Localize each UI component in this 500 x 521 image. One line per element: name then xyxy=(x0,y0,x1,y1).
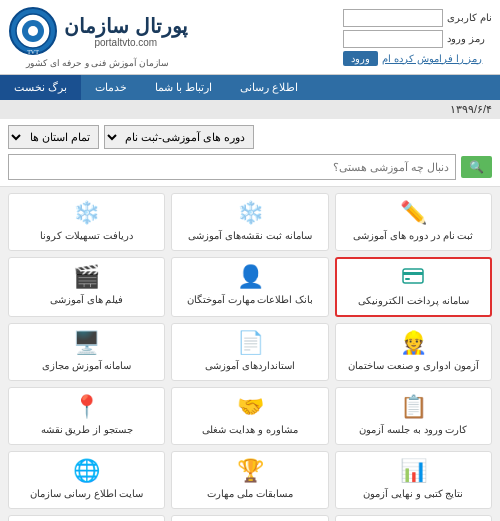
grid-item-training-standards[interactable]: 📄 استانداردهای آموزشی xyxy=(171,323,328,381)
logo-icon: TVT xyxy=(8,6,58,56)
search-button[interactable]: 🔍 xyxy=(461,156,492,178)
training-maps-icon: ❄️ xyxy=(237,202,264,224)
trainee-info-label: بانک اطلاعات مهارت آموختگان xyxy=(187,293,313,306)
training-standards-icon: 📄 xyxy=(237,332,264,354)
skills-competition-icon: 🏆 xyxy=(237,460,264,482)
grid-item-training-maps[interactable]: ❄️ سامانه ثبت نقشه‌های آموزشی xyxy=(171,193,328,251)
course-type-select[interactable]: دوره های آموزشی-ثبت نام xyxy=(104,125,254,149)
navbar: برگ نخست خدمات ارتباط با شما اطلاع رسانی xyxy=(0,75,500,100)
virtual-learning-icon: 🖥️ xyxy=(73,332,100,354)
nav-item-contact[interactable]: ارتباط با شما xyxy=(141,75,226,100)
grid-item-building-exam[interactable]: 👷 آزمون ادواری و صنعت ساختمان xyxy=(335,323,492,381)
electronic-payment-icon xyxy=(402,267,424,289)
training-maps-label: سامانه ثبت نقشه‌های آموزشی xyxy=(188,229,311,242)
map-search-label: جستجو از طریق نقشه xyxy=(41,423,133,436)
logo-tagline: سازمان آموزش فنی و حرفه ای کشور xyxy=(26,58,169,68)
map-search-icon: 📍 xyxy=(73,396,100,418)
search-input[interactable] xyxy=(8,154,456,180)
forgot-link[interactable]: رمز را فراموش کرده ام xyxy=(382,53,482,64)
logo-title: پورتال سازمان xyxy=(64,15,188,37)
logo-area: پورتال سازمان portaltvto.com TVT سازمان … xyxy=(8,6,188,68)
grid-item-skills-competition[interactable]: 🏆 مسابقات ملی مهارت xyxy=(171,451,328,509)
grid-item-consultants-org[interactable]: 👥 سامانه مشاولان سریازی xyxy=(171,515,328,521)
exam-entry-card-label: کارت ورود به جلسه آزمون xyxy=(359,423,467,436)
grid-item-electronic-payment[interactable]: سامانه پرداخت الکترونیکی xyxy=(335,257,492,317)
building-exam-icon: 👷 xyxy=(400,332,427,354)
trainee-info-icon: 👤 xyxy=(237,266,264,288)
grid-item-exam-entry-card[interactable]: 📋 کارت ورود به جلسه آزمون xyxy=(335,387,492,445)
svg-rect-5 xyxy=(403,269,423,283)
org-info-label: سایت اطلاع رسانی سازمان xyxy=(30,487,143,500)
nav-item-services[interactable]: خدمات xyxy=(81,75,141,100)
virtual-learning-label: سامانه آموزش مجازی xyxy=(42,359,132,372)
counseling-icon: 🤝 xyxy=(237,396,264,418)
exam-entry-card-icon: 📋 xyxy=(400,396,427,418)
exam-results-label: نتایج کتبی و نهایی آزمون xyxy=(363,487,463,500)
svg-point-3 xyxy=(28,26,38,36)
username-row: نام کاربری xyxy=(343,9,492,27)
receive-corona-label: دریافت تسهیلات کرونا xyxy=(40,229,133,242)
exam-results-icon: 📊 xyxy=(400,460,427,482)
logo-subtitle: portaltvto.com xyxy=(64,37,188,48)
grid-item-counseling[interactable]: 🤝 مشاوره و هدایت شغلی xyxy=(171,387,328,445)
password-label: رمز ورود xyxy=(447,33,485,44)
svg-text:TVT: TVT xyxy=(27,49,39,55)
username-label: نام کاربری xyxy=(447,12,492,23)
login-button[interactable]: ورود xyxy=(343,51,378,66)
counseling-label: مشاوره و هدایت شغلی xyxy=(202,423,297,436)
register-course-icon: ✏️ xyxy=(400,202,427,224)
search-top: دوره های آموزشی-ثبت نام تمام استان ها xyxy=(8,125,492,149)
password-row: رمز ورود xyxy=(343,30,485,48)
grid-item-trainee-info[interactable]: 👤 بانک اطلاعات مهارت آموختگان xyxy=(171,257,328,317)
building-exam-label: آزمون ادواری و صنعت ساختمان xyxy=(348,359,479,372)
grid-item-virtual-learning[interactable]: 🖥️ سامانه آموزش مجازی xyxy=(8,323,165,381)
login-actions: رمز را فراموش کرده ام ورود xyxy=(343,51,482,66)
svg-rect-7 xyxy=(405,278,410,280)
search-area: دوره های آموزشی-ثبت نام تمام استان ها 🔍 xyxy=(0,119,500,187)
nav-item-news[interactable]: اطلاع رسانی xyxy=(226,75,312,100)
logo-text: پورتال سازمان portaltvto.com xyxy=(64,15,188,48)
grid-item-map-search[interactable]: 📍 جستجو از طریق نقشه xyxy=(8,387,165,445)
grid-item-exam-results[interactable]: 📊 نتایج کتبی و نهایی آزمون xyxy=(335,451,492,509)
grid-container: ✏️ ثبت نام در دوره های آموزشی ❄️ سامانه … xyxy=(0,187,500,521)
current-date: ۱۳۹۹/۶/۴ xyxy=(450,103,492,115)
grid-item-tracking[interactable]: 🔍 پاسخگویی و پشتیبانی xyxy=(8,515,165,521)
province-select[interactable]: تمام استان ها xyxy=(8,125,99,149)
receive-corona-icon: ❄️ xyxy=(73,202,100,224)
skills-competition-label: مسابقات ملی مهارت xyxy=(207,487,293,500)
nav-item-home[interactable]: برگ نخست xyxy=(0,75,81,100)
svg-rect-6 xyxy=(403,272,423,275)
username-input[interactable] xyxy=(343,9,443,27)
grid-item-register-course[interactable]: ✏️ ثبت نام در دوره های آموزشی xyxy=(335,193,492,251)
grid-item-receive-corona[interactable]: ❄️ دریافت تسهیلات کرونا xyxy=(8,193,165,251)
grid-item-training-voucher[interactable]: 📱 مشاهده سوابق آموزشی xyxy=(335,515,492,521)
search-bottom: 🔍 xyxy=(8,154,492,180)
header: نام کاربری رمز ورود رمز را فراموش کرده ا… xyxy=(0,0,500,75)
org-info-icon: 🌐 xyxy=(73,460,100,482)
date-bar: ۱۳۹۹/۶/۴ xyxy=(0,100,500,119)
electronic-payment-label: سامانه پرداخت الکترونیکی xyxy=(358,294,469,307)
training-standards-label: استانداردهای آموزشی xyxy=(205,359,295,372)
login-form: نام کاربری رمز ورود رمز را فراموش کرده ا… xyxy=(343,9,492,66)
training-films-label: فیلم های آموزشی xyxy=(50,293,124,306)
password-input[interactable] xyxy=(343,30,443,48)
grid-item-training-films[interactable]: 🎬 فیلم های آموزشی xyxy=(8,257,165,317)
training-films-icon: 🎬 xyxy=(73,266,100,288)
register-course-label: ثبت نام در دوره های آموزشی xyxy=(353,229,473,242)
grid-item-org-info[interactable]: 🌐 سایت اطلاع رسانی سازمان xyxy=(8,451,165,509)
